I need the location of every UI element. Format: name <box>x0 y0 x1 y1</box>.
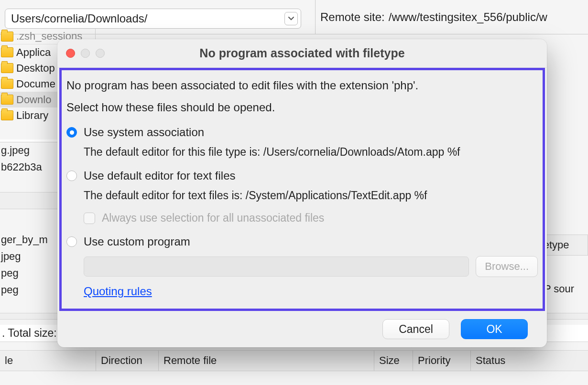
always-label: Always use selection for all unassociate… <box>102 212 324 225</box>
tree-item-label: Desktop <box>16 62 55 75</box>
option-label: Use default editor for text files <box>84 169 235 182</box>
folder-icon <box>1 63 13 73</box>
dialog-title: No program associated with filetype <box>57 46 547 60</box>
close-icon[interactable] <box>66 49 75 58</box>
queue-header-cell[interactable]: Direction <box>96 351 158 371</box>
tree-item-label: Downlo <box>16 94 51 106</box>
tree-item-label: Applica <box>16 46 51 59</box>
queue-header-cell[interactable]: le <box>0 351 96 371</box>
folder-icon <box>1 47 13 57</box>
option-label: Use system association <box>84 126 204 139</box>
folder-icon <box>1 110 13 120</box>
dialog-titlebar: No program associated with filetype <box>57 39 547 68</box>
option-default-sub: The default editor for text files is: /S… <box>84 189 538 202</box>
queue-header-cell[interactable]: Remote file <box>159 351 374 371</box>
quoting-rules-link[interactable]: Quoting rules <box>84 285 152 298</box>
dialog-footer: Cancel OK <box>57 311 547 347</box>
folder-icon <box>1 95 13 105</box>
remote-path-text: /www/testingsitex_556/public/w <box>389 9 583 26</box>
local-path-text: Users/cornelia/Downloads/ <box>11 12 147 25</box>
custom-program-input[interactable] <box>84 257 469 277</box>
option-system-sub: The default editor for this file type is… <box>84 146 538 159</box>
status-text: . Total size: <box>2 327 57 340</box>
ok-button[interactable]: OK <box>461 319 528 339</box>
local-path-combo[interactable]: Users/cornelia/Downloads/ <box>5 9 301 29</box>
queue-header-cell[interactable]: Status <box>471 351 566 371</box>
option-default-editor[interactable]: Use default editor for text files <box>66 169 538 182</box>
radio-icon[interactable] <box>66 236 77 247</box>
folder-icon <box>1 79 13 89</box>
always-use-checkbox-row: Always use selection for all unassociate… <box>84 212 538 225</box>
cancel-button[interactable]: Cancel <box>382 319 449 339</box>
dialog-message-1: No program has been associated to edit f… <box>66 79 538 92</box>
option-custom-program[interactable]: Use custom program <box>66 235 538 248</box>
dialog-message-2: Select how these files should be opened. <box>66 101 538 114</box>
queue-header-cell[interactable]: Priority <box>413 351 470 371</box>
dialog-body-highlight: No program has been associated to edit f… <box>59 68 545 311</box>
checkbox-icon <box>84 213 95 224</box>
chevron-down-icon[interactable] <box>284 12 298 25</box>
zoom-icon <box>96 49 105 58</box>
option-system-association[interactable]: Use system association <box>66 126 538 139</box>
minimize-icon <box>81 49 90 58</box>
dialog-no-program: No program associated with filetype No p… <box>57 39 547 347</box>
queue-header: leDirectionRemote fileSizePriorityStatus <box>0 350 588 371</box>
queue-header-cell[interactable]: Size <box>374 351 413 371</box>
remote-site-label: Remote site: <box>320 11 385 24</box>
browse-button[interactable]: Browse... <box>476 256 538 277</box>
radio-icon[interactable] <box>66 171 77 181</box>
tree-item-label: Library <box>16 109 48 122</box>
tree-item-label: Docume <box>16 78 55 90</box>
radio-icon[interactable] <box>66 127 77 138</box>
option-label: Use custom program <box>84 235 190 248</box>
folder-icon <box>1 32 13 42</box>
